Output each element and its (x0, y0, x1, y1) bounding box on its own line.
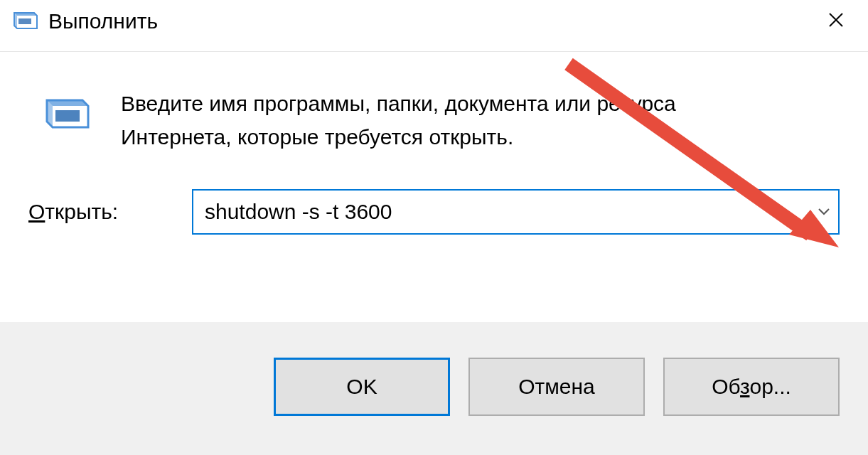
titlebar: Выполнить (0, 0, 868, 52)
titlebar-left: Выполнить (11, 7, 158, 36)
open-label: Открыть: (28, 200, 171, 224)
close-icon (828, 10, 844, 32)
content-area: Введите имя программы, папки, документа … (0, 52, 868, 270)
combobox-dropdown-button[interactable] (810, 191, 838, 233)
input-row: Открыть: (28, 189, 840, 235)
run-dialog-icon (11, 7, 40, 36)
command-combobox[interactable] (192, 189, 840, 235)
description-row: Введите имя программы, папки, документа … (28, 87, 840, 154)
close-button[interactable] (818, 6, 854, 37)
ok-button[interactable]: OK (274, 358, 450, 416)
svg-rect-0 (18, 18, 31, 24)
open-label-rest: ткрыть: (45, 200, 118, 223)
button-bar: OK Отмена Обзор... (0, 322, 868, 455)
svg-rect-3 (55, 110, 80, 122)
open-label-accelerator: О (28, 200, 45, 223)
window-title: Выполнить (48, 9, 158, 33)
command-input[interactable] (193, 191, 810, 233)
run-dialog-large-icon (28, 87, 92, 136)
browse-button[interactable]: Обзор... (663, 358, 840, 416)
chevron-down-icon (818, 205, 830, 218)
description-text: Введите имя программы, папки, документа … (121, 87, 704, 154)
cancel-button[interactable]: Отмена (468, 358, 645, 416)
